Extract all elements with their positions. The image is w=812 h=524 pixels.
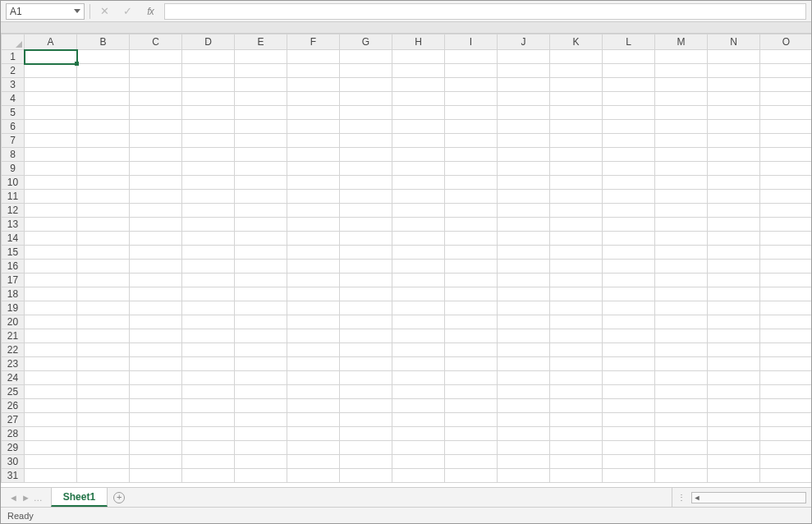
cell[interactable] <box>287 246 340 260</box>
cell[interactable] <box>287 78 340 92</box>
cell[interactable] <box>340 469 392 483</box>
cell[interactable] <box>340 148 392 162</box>
cell[interactable] <box>392 190 445 204</box>
cell[interactable] <box>498 232 550 246</box>
cell[interactable] <box>130 106 182 120</box>
cell[interactable] <box>340 232 392 246</box>
cell[interactable] <box>77 301 130 315</box>
cell[interactable] <box>445 385 498 399</box>
cell[interactable] <box>498 78 550 92</box>
cell[interactable] <box>287 399 340 413</box>
cell[interactable] <box>182 260 235 273</box>
cell[interactable] <box>655 92 708 106</box>
add-sheet-button[interactable]: + <box>108 488 131 507</box>
cell[interactable] <box>445 427 498 441</box>
cell[interactable] <box>77 343 130 357</box>
cell[interactable] <box>708 273 760 287</box>
cell[interactable] <box>498 92 550 106</box>
row-header[interactable]: 31 <box>2 469 25 483</box>
cell[interactable] <box>392 343 445 357</box>
cell[interactable] <box>392 469 445 483</box>
cell[interactable] <box>603 301 655 315</box>
cell[interactable] <box>760 315 812 329</box>
cell[interactable] <box>130 260 182 273</box>
cell[interactable] <box>655 106 708 120</box>
cell[interactable] <box>392 329 445 343</box>
cell[interactable] <box>287 301 340 315</box>
cell[interactable] <box>655 455 708 469</box>
cell[interactable] <box>340 106 392 120</box>
cell[interactable] <box>182 148 235 162</box>
cell[interactable] <box>340 413 392 427</box>
cell[interactable] <box>340 455 392 469</box>
cell[interactable] <box>550 287 603 301</box>
cell[interactable] <box>655 469 708 483</box>
row-header[interactable]: 12 <box>2 204 25 218</box>
cell[interactable] <box>182 371 235 385</box>
cell[interactable] <box>603 50 655 64</box>
cell[interactable] <box>550 106 603 120</box>
cell[interactable] <box>182 273 235 287</box>
cell[interactable] <box>130 134 182 148</box>
column-header[interactable]: H <box>392 34 445 50</box>
cell[interactable] <box>287 315 340 329</box>
cell[interactable] <box>708 315 760 329</box>
cell[interactable] <box>655 399 708 413</box>
select-all-corner[interactable] <box>2 34 25 50</box>
cell[interactable] <box>77 92 130 106</box>
cell[interactable] <box>550 92 603 106</box>
cell[interactable] <box>25 106 77 120</box>
cell[interactable] <box>655 287 708 301</box>
cell[interactable] <box>655 413 708 427</box>
cell[interactable] <box>760 190 812 204</box>
cell[interactable] <box>182 427 235 441</box>
tab-more-button[interactable]: … <box>34 493 43 503</box>
cell[interactable] <box>445 343 498 357</box>
cell[interactable] <box>760 134 812 148</box>
cell[interactable] <box>25 134 77 148</box>
cell[interactable] <box>25 246 77 260</box>
cell[interactable] <box>287 50 340 64</box>
cell[interactable] <box>445 106 498 120</box>
cell[interactable] <box>498 413 550 427</box>
cell[interactable] <box>760 287 812 301</box>
cell[interactable] <box>287 134 340 148</box>
cell[interactable] <box>708 190 760 204</box>
cell[interactable] <box>550 399 603 413</box>
cell[interactable] <box>392 148 445 162</box>
column-header[interactable]: G <box>340 34 392 50</box>
cell[interactable] <box>340 64 392 78</box>
cell[interactable] <box>445 469 498 483</box>
cell[interactable] <box>77 176 130 190</box>
cell[interactable] <box>235 301 287 315</box>
cell[interactable] <box>550 441 603 455</box>
column-header[interactable]: C <box>130 34 182 50</box>
cell[interactable] <box>498 50 550 64</box>
formula-input[interactable] <box>164 3 806 20</box>
cell[interactable] <box>340 301 392 315</box>
cell[interactable] <box>25 399 77 413</box>
cell[interactable] <box>25 190 77 204</box>
cell[interactable] <box>25 357 77 371</box>
cell[interactable] <box>340 399 392 413</box>
cell[interactable] <box>655 343 708 357</box>
cell[interactable] <box>708 413 760 427</box>
cell[interactable] <box>25 232 77 246</box>
cell[interactable] <box>655 273 708 287</box>
cell[interactable] <box>182 134 235 148</box>
cell[interactable] <box>708 218 760 232</box>
cell[interactable] <box>287 385 340 399</box>
cell[interactable] <box>708 329 760 343</box>
cell[interactable] <box>445 246 498 260</box>
cell[interactable] <box>708 106 760 120</box>
cell[interactable] <box>445 176 498 190</box>
cell[interactable] <box>498 162 550 176</box>
cell[interactable] <box>77 120 130 134</box>
column-header[interactable]: L <box>603 34 655 50</box>
cell[interactable] <box>603 441 655 455</box>
cell[interactable] <box>603 176 655 190</box>
cell[interactable] <box>498 246 550 260</box>
cell[interactable] <box>130 329 182 343</box>
sheet-tab-active[interactable]: Sheet1 <box>51 488 108 507</box>
cell[interactable] <box>760 120 812 134</box>
